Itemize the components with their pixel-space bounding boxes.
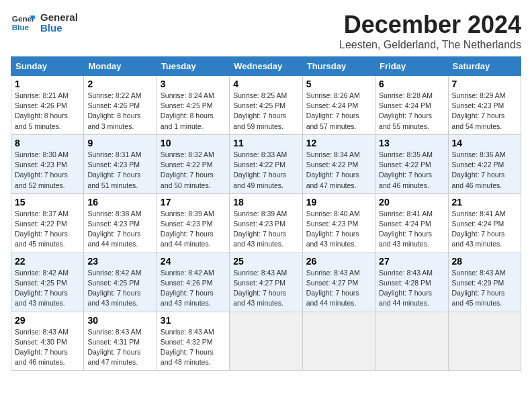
calendar-cell: 3Sunrise: 8:24 AMSunset: 4:25 PMDaylight… (157, 76, 229, 135)
page-header: General Blue General Blue December 2024 … (11, 11, 521, 51)
day-info: Sunrise: 8:43 AMSunset: 4:32 PMDaylight:… (161, 327, 226, 368)
day-info: Sunrise: 8:42 AMSunset: 4:25 PMDaylight:… (15, 268, 80, 309)
calendar-cell: 11Sunrise: 8:33 AMSunset: 4:22 PMDayligh… (230, 134, 302, 193)
day-info: Sunrise: 8:43 AMSunset: 4:28 PMDaylight:… (379, 268, 444, 309)
calendar-cell: 29Sunrise: 8:43 AMSunset: 4:30 PMDayligh… (11, 312, 84, 371)
day-number: 4 (233, 79, 298, 89)
day-info: Sunrise: 8:43 AMSunset: 4:31 PMDaylight:… (87, 327, 152, 368)
calendar-cell: 27Sunrise: 8:43 AMSunset: 4:28 PMDayligh… (375, 253, 448, 312)
weekday-header-tuesday: Tuesday (157, 57, 229, 76)
day-number: 9 (87, 138, 152, 148)
day-info: Sunrise: 8:33 AMSunset: 4:22 PMDaylight:… (233, 150, 298, 191)
day-number: 6 (379, 79, 444, 89)
weekday-header-sunday: Sunday (11, 57, 84, 76)
logo-icon: General Blue (11, 11, 35, 35)
week-row-5: 29Sunrise: 8:43 AMSunset: 4:30 PMDayligh… (11, 312, 521, 371)
weekday-header-saturday: Saturday (448, 57, 521, 76)
calendar-cell: 2Sunrise: 8:22 AMSunset: 4:26 PMDaylight… (84, 76, 157, 135)
day-number: 15 (15, 197, 80, 208)
day-number: 14 (452, 138, 517, 148)
calendar-cell: 20Sunrise: 8:41 AMSunset: 4:24 PMDayligh… (375, 193, 448, 253)
day-number: 5 (306, 79, 371, 89)
day-info: Sunrise: 8:24 AMSunset: 4:25 PMDaylight:… (161, 91, 226, 132)
day-number: 17 (161, 197, 226, 208)
day-info: Sunrise: 8:41 AMSunset: 4:24 PMDaylight:… (452, 209, 517, 250)
calendar-cell (448, 312, 521, 371)
calendar-cell: 17Sunrise: 8:39 AMSunset: 4:23 PMDayligh… (157, 193, 229, 253)
day-number: 28 (452, 256, 517, 267)
day-info: Sunrise: 8:39 AMSunset: 4:23 PMDaylight:… (161, 209, 226, 250)
calendar-cell: 23Sunrise: 8:42 AMSunset: 4:25 PMDayligh… (84, 253, 157, 312)
week-row-3: 15Sunrise: 8:37 AMSunset: 4:22 PMDayligh… (11, 193, 521, 253)
day-number: 26 (306, 256, 371, 267)
day-info: Sunrise: 8:43 AMSunset: 4:27 PMDaylight:… (306, 268, 371, 309)
calendar-cell: 5Sunrise: 8:26 AMSunset: 4:24 PMDaylight… (302, 76, 375, 135)
week-row-2: 8Sunrise: 8:30 AMSunset: 4:23 PMDaylight… (11, 134, 521, 193)
calendar-cell: 8Sunrise: 8:30 AMSunset: 4:23 PMDaylight… (11, 134, 84, 193)
day-number: 2 (87, 79, 152, 89)
day-info: Sunrise: 8:43 AMSunset: 4:27 PMDaylight:… (233, 268, 298, 309)
calendar-cell: 21Sunrise: 8:41 AMSunset: 4:24 PMDayligh… (448, 193, 521, 253)
weekday-header-friday: Friday (375, 57, 448, 76)
day-info: Sunrise: 8:37 AMSunset: 4:22 PMDaylight:… (15, 209, 80, 250)
day-info: Sunrise: 8:32 AMSunset: 4:22 PMDaylight:… (161, 150, 226, 191)
day-info: Sunrise: 8:31 AMSunset: 4:23 PMDaylight:… (87, 150, 152, 191)
logo: General Blue General Blue (11, 11, 78, 35)
calendar-cell: 14Sunrise: 8:36 AMSunset: 4:22 PMDayligh… (448, 134, 521, 193)
svg-text:Blue: Blue (12, 23, 30, 32)
calendar-cell: 18Sunrise: 8:39 AMSunset: 4:23 PMDayligh… (230, 193, 302, 253)
calendar-body: 1Sunrise: 8:21 AMSunset: 4:26 PMDaylight… (11, 76, 521, 371)
day-info: Sunrise: 8:28 AMSunset: 4:24 PMDaylight:… (379, 91, 444, 132)
day-info: Sunrise: 8:35 AMSunset: 4:22 PMDaylight:… (379, 150, 444, 191)
day-info: Sunrise: 8:29 AMSunset: 4:23 PMDaylight:… (452, 91, 517, 132)
day-number: 29 (15, 315, 80, 326)
calendar-cell: 28Sunrise: 8:43 AMSunset: 4:29 PMDayligh… (448, 253, 521, 312)
logo-blue: Blue (40, 23, 78, 34)
day-number: 20 (379, 197, 444, 208)
day-info: Sunrise: 8:34 AMSunset: 4:22 PMDaylight:… (306, 150, 371, 191)
weekday-header-wednesday: Wednesday (230, 57, 302, 76)
calendar-table: SundayMondayTuesdayWednesdayThursdayFrid… (11, 56, 521, 371)
day-info: Sunrise: 8:36 AMSunset: 4:22 PMDaylight:… (452, 150, 517, 191)
calendar-cell: 19Sunrise: 8:40 AMSunset: 4:23 PMDayligh… (302, 193, 375, 253)
day-number: 31 (161, 315, 226, 326)
calendar-cell: 6Sunrise: 8:28 AMSunset: 4:24 PMDaylight… (375, 76, 448, 135)
day-number: 22 (15, 256, 80, 267)
day-info: Sunrise: 8:43 AMSunset: 4:29 PMDaylight:… (452, 268, 517, 309)
day-number: 13 (379, 138, 444, 148)
day-number: 30 (87, 315, 152, 326)
day-info: Sunrise: 8:30 AMSunset: 4:23 PMDaylight:… (15, 150, 80, 191)
calendar-cell (230, 312, 302, 371)
weekday-header-row: SundayMondayTuesdayWednesdayThursdayFrid… (11, 57, 521, 76)
calendar-cell (302, 312, 375, 371)
day-number: 10 (161, 138, 226, 148)
day-number: 21 (452, 197, 517, 208)
day-number: 12 (306, 138, 371, 148)
calendar-cell: 31Sunrise: 8:43 AMSunset: 4:32 PMDayligh… (157, 312, 229, 371)
calendar-cell: 30Sunrise: 8:43 AMSunset: 4:31 PMDayligh… (84, 312, 157, 371)
title-area: December 2024 Leesten, Gelderland, The N… (339, 11, 521, 51)
day-info: Sunrise: 8:40 AMSunset: 4:23 PMDaylight:… (306, 209, 371, 250)
day-number: 24 (161, 256, 226, 267)
location-title: Leesten, Gelderland, The Netherlands (339, 39, 521, 51)
day-number: 7 (452, 79, 517, 89)
month-title: December 2024 (339, 11, 521, 39)
day-number: 1 (15, 79, 80, 89)
calendar-cell: 24Sunrise: 8:42 AMSunset: 4:26 PMDayligh… (157, 253, 229, 312)
day-number: 11 (233, 138, 298, 148)
weekday-header-thursday: Thursday (302, 57, 375, 76)
logo-general: General (40, 12, 78, 24)
calendar-cell: 1Sunrise: 8:21 AMSunset: 4:26 PMDaylight… (11, 76, 84, 135)
day-number: 8 (15, 138, 80, 148)
day-number: 18 (233, 197, 298, 208)
calendar-cell: 4Sunrise: 8:25 AMSunset: 4:25 PMDaylight… (230, 76, 302, 135)
day-info: Sunrise: 8:43 AMSunset: 4:30 PMDaylight:… (15, 327, 80, 368)
calendar-cell: 7Sunrise: 8:29 AMSunset: 4:23 PMDaylight… (448, 76, 521, 135)
calendar-cell: 25Sunrise: 8:43 AMSunset: 4:27 PMDayligh… (230, 253, 302, 312)
svg-text:General: General (12, 14, 35, 23)
week-row-4: 22Sunrise: 8:42 AMSunset: 4:25 PMDayligh… (11, 253, 521, 312)
day-info: Sunrise: 8:26 AMSunset: 4:24 PMDaylight:… (306, 91, 371, 132)
calendar-cell (375, 312, 448, 371)
day-number: 16 (87, 197, 152, 208)
day-info: Sunrise: 8:42 AMSunset: 4:26 PMDaylight:… (161, 268, 226, 309)
